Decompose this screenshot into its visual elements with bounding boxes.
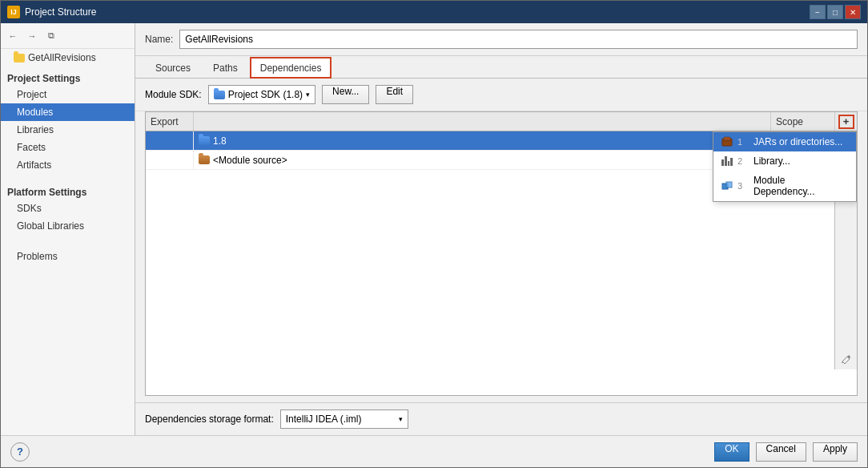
apply-button[interactable]: Apply — [813, 442, 858, 462]
bottom-bar: ? OK Cancel Apply — [1, 435, 867, 467]
dropdown-item-module[interactable]: 3 Module Dependency... — [713, 171, 856, 201]
export-cell-jdk — [146, 131, 194, 150]
dropdown-item-label-jars: JARs or directories... — [753, 136, 842, 147]
svg-rect-4 — [726, 182, 732, 188]
close-button[interactable]: ✕ — [845, 5, 861, 19]
back-button[interactable]: ← — [4, 27, 22, 45]
dropdown-item-num-3: 3 — [737, 181, 749, 191]
tabs-bar: Sources Paths Dependencies — [135, 56, 867, 79]
sidebar-item-project[interactable]: Project — [1, 86, 135, 103]
svg-rect-1 — [724, 137, 730, 140]
sidebar-item-sdks[interactable]: SDKs — [1, 200, 135, 217]
sdk-folder-icon — [214, 91, 225, 99]
bottom-buttons: OK Cancel Apply — [714, 442, 858, 462]
storage-format-dropdown[interactable]: IntelliJ IDEA (.iml) ▾ — [280, 410, 408, 429]
name-cell-source: <Module source> — [194, 155, 770, 166]
minimize-button[interactable]: − — [810, 5, 826, 19]
dropdown-item-label-module: Module Dependency... — [753, 175, 848, 197]
module-dep-icon — [721, 180, 733, 192]
edit-icon — [841, 353, 852, 365]
ok-button[interactable]: OK — [714, 442, 749, 462]
window-title: Project Structure — [25, 6, 96, 18]
dropdown-item-jars[interactable]: 1 JARs or directories... — [713, 132, 856, 151]
dropdown-item-num-2: 2 — [737, 156, 749, 166]
nav-toolbar: ← → ⧉ — [1, 23, 135, 49]
tree-item-getallrevisions[interactable]: GetAllRevisions — [1, 49, 135, 67]
name-label: Name: — [145, 34, 173, 45]
module-name-row: Name: — [135, 23, 867, 56]
add-dependency-button[interactable]: + — [838, 115, 854, 129]
sidebar: ← → ⧉ GetAllRevisions Project Settings P… — [1, 23, 135, 435]
footer-row: Dependencies storage format: IntelliJ ID… — [135, 402, 867, 435]
add-dependency-dropdown: 1 JARs or directories... — [713, 131, 857, 202]
jar-icon — [721, 136, 733, 147]
platform-settings-header: Platform Settings — [1, 180, 135, 200]
dependencies-table: Export Scope + — [145, 111, 858, 396]
table-wrapper: Export Scope + — [146, 112, 857, 395]
sdk-dropdown[interactable]: Project SDK (1.8) ▾ — [208, 85, 315, 104]
content-area: ← → ⧉ GetAllRevisions Project Settings P… — [1, 23, 867, 435]
name-input[interactable] — [179, 30, 858, 49]
dropdown-item-num-1: 1 — [737, 137, 749, 147]
tab-paths[interactable]: Paths — [203, 57, 248, 79]
export-cell-source — [146, 151, 194, 169]
new-button[interactable]: New... — [322, 85, 369, 104]
sdk-dropdown-arrow: ▾ — [306, 91, 310, 99]
app-icon: IJ — [7, 6, 20, 18]
storage-dropdown-arrow: ▾ — [399, 415, 403, 423]
forward-button[interactable]: → — [23, 27, 41, 45]
sidebar-item-artifacts[interactable]: Artifacts — [1, 156, 135, 174]
sidebar-item-libraries[interactable]: Libraries — [1, 121, 135, 139]
help-button[interactable]: ? — [10, 442, 30, 462]
sidebar-item-problems[interactable]: Problems — [1, 248, 135, 265]
source-folder-icon — [199, 155, 210, 164]
folder-icon — [14, 54, 25, 63]
tab-sources[interactable]: Sources — [145, 57, 201, 79]
library-icon — [721, 156, 733, 166]
edit-button[interactable]: Edit — [376, 85, 413, 104]
main-area: Name: Sources Paths Dependencies Module … — [135, 23, 867, 435]
sidebar-item-global-libraries[interactable]: Global Libraries — [1, 217, 135, 235]
sdk-label: Module SDK: — [145, 89, 202, 100]
project-structure-window: IJ Project Structure − □ ✕ ← → ⧉ GetAllR… — [0, 0, 868, 468]
title-bar: IJ Project Structure − □ ✕ — [1, 1, 867, 23]
table-header: Export Scope + — [146, 112, 857, 131]
window-controls: − □ ✕ — [810, 5, 861, 19]
export-column-header: Export — [146, 112, 194, 131]
copy-button[interactable]: ⧉ — [42, 27, 60, 45]
sidebar-item-modules[interactable]: Modules — [1, 103, 135, 121]
title-bar-left: IJ Project Structure — [7, 6, 96, 18]
sdk-toolbar: Module SDK: Project SDK (1.8) ▾ New... E… — [135, 79, 867, 111]
cancel-button[interactable]: Cancel — [756, 442, 806, 462]
project-settings-header: Project Settings — [1, 67, 135, 86]
maximize-button[interactable]: □ — [827, 5, 843, 19]
edit-icon-area — [838, 350, 855, 368]
dropdown-item-library[interactable]: 2 Library... — [713, 151, 856, 171]
dropdown-item-label-library: Library... — [753, 155, 790, 167]
tab-dependencies[interactable]: Dependencies — [250, 57, 332, 79]
jdk-folder-icon — [199, 136, 210, 145]
add-dependency-area: + 1 — [834, 112, 857, 131]
footer-label: Dependencies storage format: — [145, 414, 274, 425]
name-cell-jdk: 1.8 — [194, 135, 770, 147]
sidebar-item-facets[interactable]: Facets — [1, 139, 135, 156]
scope-column-header: Scope — [770, 112, 834, 131]
